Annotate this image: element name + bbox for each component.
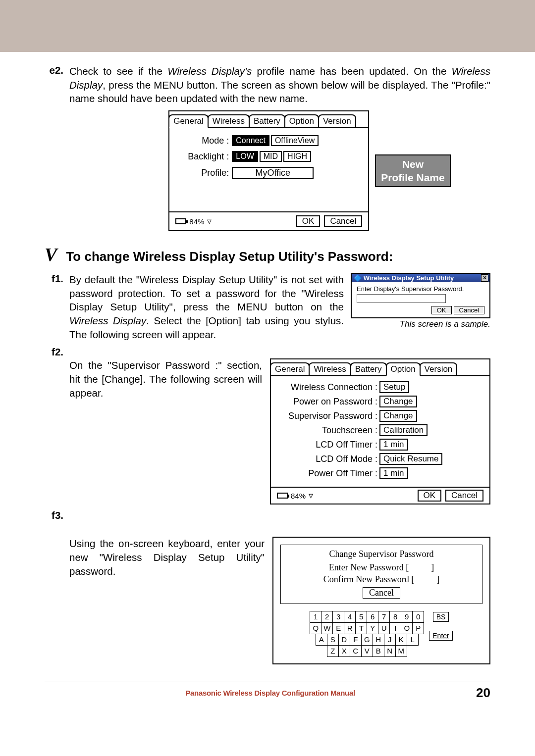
key-x[interactable]: X xyxy=(338,645,350,657)
key-b[interactable]: B xyxy=(373,645,384,657)
key-6[interactable]: 6 xyxy=(367,611,378,623)
key-2[interactable]: 2 xyxy=(321,611,333,623)
opt-lcd-off-mode-val[interactable]: Quick Resume xyxy=(379,453,442,465)
sample-note: This screen is a sample. xyxy=(351,319,490,329)
key-5[interactable]: 5 xyxy=(355,611,367,623)
key-l[interactable]: L xyxy=(407,634,419,646)
opt-poweron-pw-label: Power on Password : xyxy=(278,397,379,407)
key-o[interactable]: O xyxy=(401,622,413,634)
opt-lcd-off-timer-val[interactable]: 1 min xyxy=(379,439,408,451)
tab-version-2[interactable]: Version xyxy=(420,362,458,375)
key-q[interactable]: Q xyxy=(310,622,321,634)
key-w[interactable]: W xyxy=(321,622,333,634)
opt-lcd-off-mode-label: LCD Off Mode : xyxy=(278,454,379,464)
opt-supervisor-pw-label: Supervisor Password : xyxy=(278,411,379,421)
key-4[interactable]: 4 xyxy=(344,611,356,623)
key-d[interactable]: D xyxy=(338,634,350,646)
close-icon[interactable]: × xyxy=(481,274,488,282)
opt-power-off-timer-label: Power Off Timer : xyxy=(278,468,379,479)
option-tabs: General Wireless Battery Option Version xyxy=(271,359,489,376)
battery-status-2: 84% ▿ xyxy=(277,490,313,501)
key-f[interactable]: F xyxy=(350,634,362,646)
tab-battery-2[interactable]: Battery xyxy=(350,362,387,375)
key-m[interactable]: M xyxy=(395,645,407,657)
key-z[interactable]: Z xyxy=(327,645,339,657)
mode-label: Mode : xyxy=(177,136,232,146)
key-j[interactable]: J xyxy=(384,634,396,646)
key-0[interactable]: 0 xyxy=(412,611,424,623)
section-v-header: V To change Wireless Display Setup Utili… xyxy=(45,244,490,265)
supervisor-password-dialog: 🔷 Wireless Display Setup Utility × Enter… xyxy=(351,273,490,318)
tab-version[interactable]: Version xyxy=(318,114,356,127)
footer-text: Panasonic Wireless Display Configuration… xyxy=(64,689,476,697)
opt-wireless-conn-label: Wireless Connection : xyxy=(278,382,379,393)
step-f3-text: Using the on-screen keyboard, enter your… xyxy=(69,537,265,664)
key-h[interactable]: H xyxy=(373,634,384,646)
kb-title: Change Supervisor Password xyxy=(292,549,471,559)
mode-offlineview[interactable]: OfflineView xyxy=(271,135,319,146)
key-y[interactable]: Y xyxy=(367,622,378,634)
opt-touchscreen-label: Touchscreen : xyxy=(278,425,379,436)
wifi-icon-2: ▿ xyxy=(309,490,313,501)
key-k[interactable]: K xyxy=(395,634,407,646)
battery-icon xyxy=(175,218,186,224)
opt-touchscreen-btn[interactable]: Calibration xyxy=(379,424,428,436)
tab-general[interactable]: General xyxy=(168,114,208,128)
mode-connect[interactable]: Connect xyxy=(232,135,269,146)
step-f3-label: f3. xyxy=(45,509,69,664)
step-f1: f1. By default the "Wireless Display Set… xyxy=(45,273,490,341)
key-9[interactable]: 9 xyxy=(401,611,413,623)
step-f2-label: f2. xyxy=(45,346,69,504)
key-1[interactable]: 1 xyxy=(310,611,321,623)
tab-wireless-2[interactable]: Wireless xyxy=(309,362,351,375)
key-7[interactable]: 7 xyxy=(378,611,390,623)
profile-input[interactable]: MyOffice xyxy=(232,167,314,179)
key-u[interactable]: U xyxy=(378,622,390,634)
tab-option[interactable]: Option xyxy=(284,114,319,127)
tab-battery[interactable]: Battery xyxy=(249,114,285,127)
opt-supervisor-pw-btn[interactable]: Change xyxy=(379,410,417,422)
tab-wireless[interactable]: Wireless xyxy=(208,114,250,127)
ok-button[interactable]: OK xyxy=(296,215,321,227)
key-e[interactable]: E xyxy=(332,622,344,634)
key-s[interactable]: S xyxy=(327,634,339,646)
key-enter[interactable]: Enter xyxy=(429,631,452,641)
dialog-title: 🔷 Wireless Display Setup Utility xyxy=(354,274,454,282)
backlight-low[interactable]: LOW xyxy=(232,151,258,162)
key-v[interactable]: V xyxy=(361,645,373,657)
key-n[interactable]: N xyxy=(384,645,396,657)
opt-wireless-conn-btn[interactable]: Setup xyxy=(379,381,409,393)
opt-poweron-pw-btn[interactable]: Change xyxy=(379,396,417,407)
page-number: 20 xyxy=(476,685,490,701)
kb-cancel-button[interactable]: Cancel xyxy=(363,587,400,599)
option-ok-button[interactable]: OK xyxy=(418,490,442,502)
keyboard-keys: 1234567890QWERTYUIOPASDFGHJKLZXCVBNM xyxy=(310,611,424,656)
key-g[interactable]: G xyxy=(361,634,373,646)
key-c[interactable]: C xyxy=(350,645,362,657)
password-input[interactable] xyxy=(357,294,446,303)
key-r[interactable]: R xyxy=(344,622,356,634)
dialog-cancel-button[interactable]: Cancel xyxy=(454,306,484,314)
battery-icon-2 xyxy=(277,493,288,499)
key-3[interactable]: 3 xyxy=(332,611,344,623)
key-t[interactable]: T xyxy=(355,622,367,634)
page-footer: Panasonic Wireless Display Configuration… xyxy=(45,682,490,701)
key-8[interactable]: 8 xyxy=(389,611,401,623)
key-bs[interactable]: BS xyxy=(433,612,449,622)
general-tabs: General Wireless Battery Option Version xyxy=(169,111,368,128)
backlight-high[interactable]: HIGH xyxy=(283,151,311,162)
opt-power-off-timer-val[interactable]: 1 min xyxy=(379,467,408,479)
dialog-ok-button[interactable]: OK xyxy=(431,306,452,314)
key-i[interactable]: I xyxy=(389,622,401,634)
option-cancel-button[interactable]: Cancel xyxy=(445,490,483,502)
callout-new-profile-name: New Profile Name xyxy=(375,154,450,188)
key-a[interactable]: A xyxy=(316,634,327,646)
step-f2: f2. On the "Supervisor Password :" secti… xyxy=(45,346,490,504)
key-p[interactable]: P xyxy=(412,622,424,634)
cancel-button[interactable]: Cancel xyxy=(324,215,362,227)
backlight-mid[interactable]: MID xyxy=(260,151,282,162)
tab-option-2[interactable]: Option xyxy=(386,362,421,376)
profile-label: Profile: xyxy=(177,168,232,178)
confirm-new-password-row: Confirm New Password [ ] xyxy=(292,574,471,585)
tab-general-2[interactable]: General xyxy=(270,362,310,375)
